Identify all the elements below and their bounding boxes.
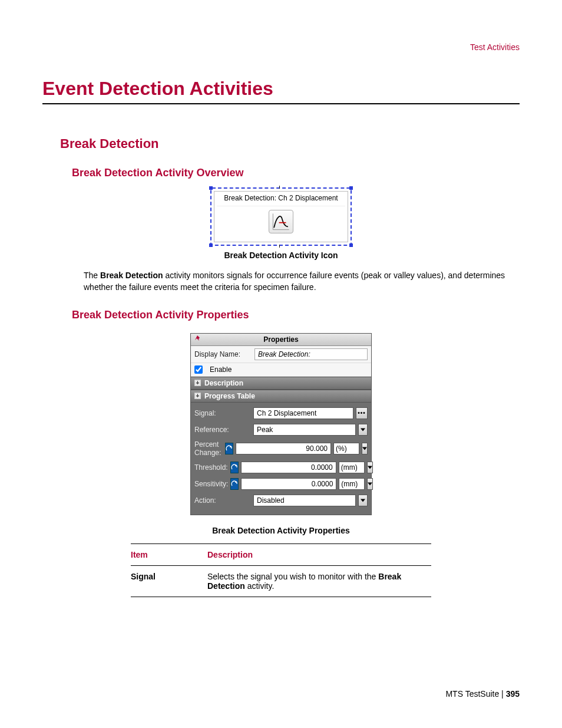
reference-row: Reference: (193, 421, 369, 438)
activity-node[interactable]: Break Detection: Ch 2 Displacement (214, 191, 348, 242)
threshold-input[interactable] (241, 462, 336, 473)
header-section-link: Test Activities (470, 42, 520, 52)
page-title: Event Detection Activities (42, 78, 520, 104)
display-name-label: Display Name: (194, 350, 251, 358)
pin-icon[interactable] (194, 335, 201, 344)
table-cell-description: Selects the signal you wish to monitor w… (207, 565, 431, 597)
table-cell-item: Signal (131, 565, 207, 597)
properties-titlebar: Properties (191, 334, 371, 346)
reference-label: Reference: (194, 426, 251, 434)
break-detection-icon (269, 210, 293, 233)
display-name-row: Display Name: (191, 346, 371, 363)
expand-icon: + (194, 393, 201, 399)
properties-caption: Break Detection Activity Properties (42, 526, 520, 535)
percent-change-input[interactable] (236, 443, 331, 454)
display-name-input[interactable] (254, 348, 368, 360)
section-progress-table[interactable]: + Progress Table (191, 390, 371, 403)
enable-checkbox[interactable] (194, 365, 203, 374)
chevron-down-icon[interactable] (358, 424, 368, 436)
table-row: Signal Selects the signal you wish to mo… (131, 565, 431, 597)
overview-heading: Break Detection Activity Overview (72, 167, 520, 179)
description-table: Item Description Signal Selects the sign… (131, 543, 431, 597)
properties-fields: Signal: ••• Reference: Percent Change: T… (191, 403, 371, 515)
signal-input[interactable] (253, 407, 353, 419)
action-row: Action: (193, 492, 369, 509)
signal-label: Signal: (194, 409, 251, 417)
action-label: Action: (194, 496, 251, 505)
section-description[interactable]: + Description (191, 377, 371, 390)
percent-change-unit[interactable] (333, 443, 359, 454)
reference-select[interactable] (253, 424, 356, 436)
sensitivity-unit[interactable] (339, 478, 365, 490)
threshold-label: Threshold: (194, 463, 228, 472)
table-header-description: Description (207, 543, 431, 565)
activity-icon-caption: Break Detection Activity Icon (42, 251, 520, 260)
variable-toggle-icon[interactable] (230, 478, 239, 490)
threshold-row: Threshold: (193, 459, 369, 476)
threshold-unit[interactable] (339, 462, 365, 473)
signal-row: Signal: ••• (193, 405, 369, 421)
expand-icon: + (194, 380, 201, 386)
section-heading: Break Detection (60, 136, 520, 151)
sensitivity-row: Sensitivity: (193, 476, 369, 492)
properties-title: Properties (263, 335, 298, 344)
page-footer: MTS TestSuite | 395 (445, 689, 520, 699)
activity-selection-outline: Break Detection: Ch 2 Displacement (210, 187, 352, 246)
chevron-down-icon[interactable] (367, 478, 373, 490)
sensitivity-label: Sensitivity: (194, 480, 228, 488)
enable-row: Enable (191, 363, 371, 377)
overview-paragraph: The Break Detection activity monitors si… (84, 269, 514, 294)
signal-browse-button[interactable]: ••• (356, 407, 368, 419)
chevron-down-icon[interactable] (362, 443, 368, 454)
percent-change-label: Percent Change: (194, 440, 223, 457)
variable-toggle-icon[interactable] (225, 443, 233, 454)
chevron-down-icon[interactable] (367, 462, 373, 473)
chevron-down-icon[interactable] (358, 495, 368, 506)
table-header-item: Item (131, 543, 207, 565)
enable-label: Enable (210, 365, 232, 374)
variable-toggle-icon[interactable] (230, 462, 239, 473)
sensitivity-input[interactable] (241, 478, 336, 490)
activity-icon-block: Break Detection: Ch 2 Displacement (210, 187, 352, 246)
activity-node-label: Break Detection: Ch 2 Displacement (217, 193, 345, 206)
properties-heading: Break Detection Activity Properties (72, 309, 520, 321)
action-select[interactable] (253, 495, 356, 506)
properties-panel: Properties Display Name: Enable + Descri… (190, 333, 372, 515)
percent-change-row: Percent Change: (193, 438, 369, 459)
